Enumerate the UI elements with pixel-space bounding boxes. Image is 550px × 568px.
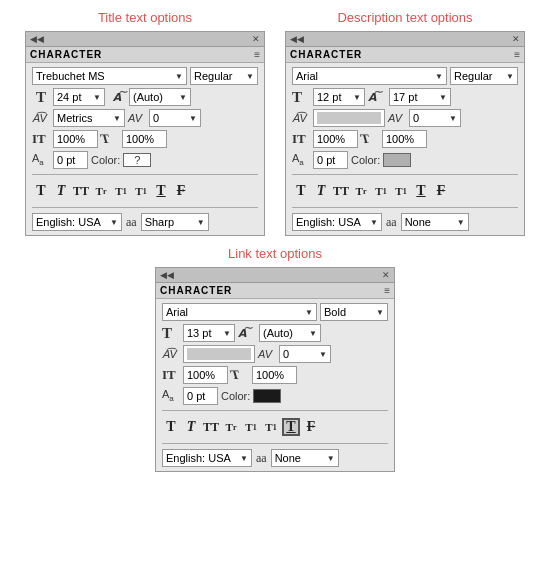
title-scale-h[interactable]: 100%: [122, 130, 167, 148]
link-kerning-dropdown[interactable]: [183, 345, 255, 363]
desc-color-label: Color:: [351, 154, 380, 166]
title-antialias-dropdown[interactable]: Sharp ▼: [141, 213, 209, 231]
desc-baseline[interactable]: 0 pt: [313, 151, 348, 169]
link-strikethrough-button[interactable]: F: [302, 418, 320, 436]
desc-size-dropdown[interactable]: 12 pt ▼: [313, 88, 365, 106]
underline-button[interactable]: T: [152, 182, 170, 200]
tr-button[interactable]: Tr: [92, 182, 110, 200]
desc-kerning-icon: A͡V: [292, 112, 310, 125]
title-kerning-dropdown[interactable]: Metrics ▼: [53, 109, 125, 127]
desc-close-icon[interactable]: ✕: [512, 34, 520, 44]
link-font-dropdown[interactable]: Arial ▼: [162, 303, 317, 321]
title-style-dropdown[interactable]: Regular ▼: [190, 67, 258, 85]
link-size-dropdown[interactable]: 13 pt ▼: [183, 324, 235, 342]
link-bold-button[interactable]: T: [162, 418, 180, 436]
link-tracking-dropdown[interactable]: 0 ▼: [279, 345, 331, 363]
desc-sup-button[interactable]: T1: [372, 182, 390, 200]
desc-scale-h[interactable]: 100%: [382, 130, 427, 148]
link-panel-menu-icon[interactable]: ≡: [384, 285, 390, 296]
desc-panel-menu-icon[interactable]: ≡: [514, 49, 520, 60]
desc-font-size-icon: T: [292, 89, 310, 106]
bold-button[interactable]: T: [32, 182, 50, 200]
link-divider2: [162, 443, 388, 444]
divider2: [32, 207, 258, 208]
link-style-dropdown[interactable]: Bold ▼: [320, 303, 388, 321]
link-section-heading: Link text options: [228, 246, 322, 261]
description-section-heading: Description text options: [285, 10, 525, 25]
link-scale-v[interactable]: 100%: [183, 366, 228, 384]
main-container: Title text options ◀◀ ✕ CHARACTER ≡: [10, 10, 540, 472]
link-aa-label: aa: [256, 451, 267, 466]
sup-button[interactable]: T1: [112, 182, 130, 200]
desc-bold-button[interactable]: T: [292, 182, 310, 200]
link-font-size-icon: T: [162, 325, 180, 342]
title-lang-dropdown[interactable]: English: USA ▼: [32, 213, 122, 231]
title-color-swatch[interactable]: ?: [123, 153, 151, 167]
desc-collapse-icon[interactable]: ◀◀: [290, 34, 304, 44]
link-underline-button[interactable]: T: [282, 418, 300, 436]
link-antialias-dropdown[interactable]: None ▼: [271, 449, 339, 467]
desc-style-dropdown[interactable]: Regular ▼: [450, 67, 518, 85]
font-size-icon: T: [32, 89, 50, 106]
title-baseline-row: Aa 0 pt Color: ?: [32, 151, 258, 169]
desc-scale-v[interactable]: 100%: [313, 130, 358, 148]
desc-panel-titlebar: ◀◀ ✕: [286, 32, 524, 47]
collapse-icon[interactable]: ◀◀: [30, 34, 44, 44]
title-leading-dropdown[interactable]: (Auto) ▼: [129, 88, 191, 106]
link-panel-header: CHARACTER ≡: [156, 283, 394, 299]
title-size-dropdown[interactable]: 24 pt ▼: [53, 88, 105, 106]
desc-sub-button[interactable]: T1: [392, 182, 410, 200]
link-close-icon[interactable]: ✕: [382, 270, 390, 280]
link-scale-h[interactable]: 100%: [252, 366, 297, 384]
description-section: Description text options ◀◀ ✕ CHARACTER …: [285, 10, 525, 236]
desc-italic-button[interactable]: T: [312, 182, 330, 200]
title-tracking-dropdown[interactable]: 0 ▼: [149, 109, 201, 127]
titlebar-icons: ✕: [252, 34, 260, 44]
link-tr-button[interactable]: Tr: [222, 418, 240, 436]
desc-panel-title: CHARACTER: [290, 49, 362, 60]
link-color-swatch[interactable]: [253, 389, 281, 403]
desc-underline-button[interactable]: T: [412, 182, 430, 200]
title-scale-row: IT 100% T 100%: [32, 130, 258, 148]
italic-button[interactable]: T: [52, 182, 70, 200]
desc-lang-dropdown[interactable]: English: USA ▼: [292, 213, 382, 231]
desc-scale-row: IT 100% T 100%: [292, 130, 518, 148]
desc-font-row: Arial ▼ Regular ▼: [292, 67, 518, 85]
link-baseline-row: Aa 0 pt Color:: [162, 387, 388, 405]
tt-button[interactable]: TT: [72, 182, 90, 200]
link-sub-button[interactable]: T1: [262, 418, 280, 436]
link-panel-title: CHARACTER: [160, 285, 232, 296]
desc-lang-row: English: USA ▼ aa None ▼: [292, 213, 518, 231]
desc-divider1: [292, 174, 518, 175]
desc-color-swatch[interactable]: [383, 153, 411, 167]
desc-leading-dropdown[interactable]: 17 pt ▼: [389, 88, 451, 106]
scale-h-icon: T: [99, 131, 121, 147]
desc-kerning-dropdown[interactable]: [313, 109, 385, 127]
desc-tr-button[interactable]: Tr: [352, 182, 370, 200]
desc-tracking-dropdown[interactable]: 0 ▼: [409, 109, 461, 127]
link-lang-row: English: USA ▼ aa None ▼: [162, 449, 388, 467]
desc-scale-h-icon: T: [359, 131, 381, 147]
link-leading-dropdown[interactable]: (Auto) ▼: [259, 324, 321, 342]
title-scale-v[interactable]: 100%: [53, 130, 98, 148]
link-sup-button[interactable]: T1: [242, 418, 260, 436]
sub-button[interactable]: T1: [132, 182, 150, 200]
desc-antialias-dropdown[interactable]: None ▼: [401, 213, 469, 231]
desc-tt-button[interactable]: TT: [332, 182, 350, 200]
title-section: Title text options ◀◀ ✕ CHARACTER ≡: [25, 10, 265, 236]
desc-scale-v-icon: IT: [292, 131, 310, 147]
title-font-dropdown[interactable]: Trebuchet MS ▼: [32, 67, 187, 85]
desc-font-dropdown[interactable]: Arial ▼: [292, 67, 447, 85]
title-panel-menu-icon[interactable]: ≡: [254, 49, 260, 60]
link-tt-button[interactable]: TT: [202, 418, 220, 436]
link-italic-button[interactable]: T: [182, 418, 200, 436]
link-baseline[interactable]: 0 pt: [183, 387, 218, 405]
desc-panel-header: CHARACTER ≡: [286, 47, 524, 63]
link-collapse-icon[interactable]: ◀◀: [160, 270, 174, 280]
link-lang-dropdown[interactable]: English: USA ▼: [162, 449, 252, 467]
link-baseline-icon: Aa: [162, 388, 180, 403]
title-baseline[interactable]: 0 pt: [53, 151, 88, 169]
close-icon[interactable]: ✕: [252, 34, 260, 44]
strikethrough-button[interactable]: F: [172, 182, 190, 200]
desc-strikethrough-button[interactable]: F: [432, 182, 450, 200]
